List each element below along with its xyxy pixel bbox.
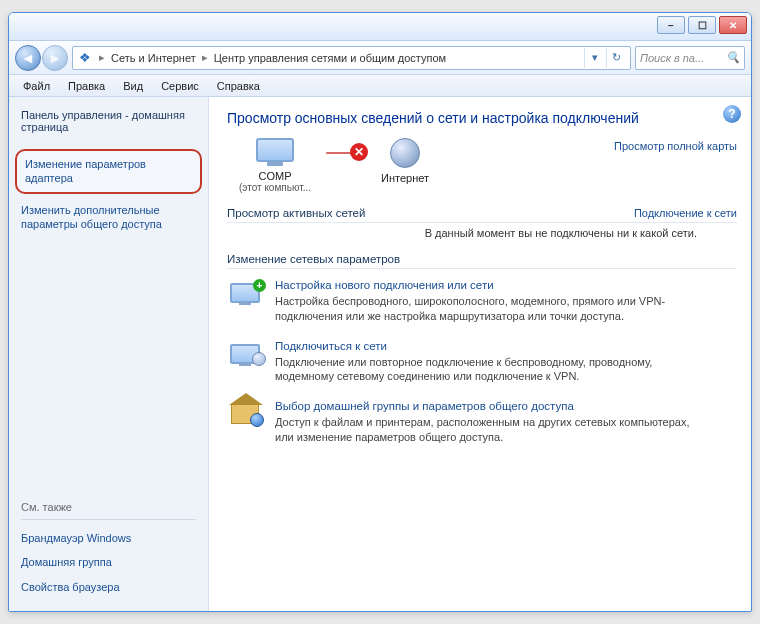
sidebar-firewall[interactable]: Брандмауэр Windows bbox=[21, 531, 196, 545]
house-globe-icon bbox=[231, 404, 259, 424]
option-connect-network[interactable]: Подключиться к сети Подключение или повт… bbox=[227, 340, 737, 385]
option-title: Выбор домашней группы и параметров общег… bbox=[275, 400, 737, 412]
breadcrumb-sep-icon: ▸ bbox=[202, 51, 208, 64]
sidebar-home-link[interactable]: Панель управления - домашняя страница bbox=[21, 109, 196, 133]
option-desc: Подключение или повторное подключение к … bbox=[275, 355, 695, 385]
forward-button[interactable]: ► bbox=[42, 45, 68, 71]
nav-bar: ◄ ► ❖ ▸ Сеть и Интернет ▸ Центр управлен… bbox=[9, 41, 751, 75]
search-icon: 🔍 bbox=[726, 51, 740, 64]
network-node-label: COMP bbox=[259, 170, 292, 182]
page-title: Просмотр основных сведений о сети и наст… bbox=[227, 109, 647, 128]
breadcrumb-sep-icon: ▸ bbox=[99, 51, 105, 64]
sidebar-see-also-header: См. также bbox=[21, 501, 196, 513]
network-node-internet[interactable]: Интернет bbox=[381, 138, 429, 184]
search-input[interactable]: Поиск в па... 🔍 bbox=[635, 46, 745, 70]
address-bar[interactable]: ❖ ▸ Сеть и Интернет ▸ Центр управления с… bbox=[72, 46, 631, 70]
option-title: Подключиться к сети bbox=[275, 340, 737, 352]
option-desc: Настройка беспроводного, широкополосного… bbox=[275, 294, 695, 324]
option-homegroup-sharing[interactable]: Выбор домашней группы и параметров общег… bbox=[227, 400, 737, 445]
close-button[interactable]: ✕ bbox=[719, 16, 747, 34]
section-active-networks: Подключение к сети Просмотр активных сет… bbox=[227, 207, 737, 223]
menu-help[interactable]: Справка bbox=[209, 78, 268, 94]
computer-icon bbox=[256, 138, 294, 162]
network-icon: ❖ bbox=[77, 50, 93, 66]
active-networks-status: В данный момент вы не подключены ни к ка… bbox=[227, 227, 737, 239]
minimize-button[interactable]: − bbox=[657, 16, 685, 34]
sidebar-homegroup[interactable]: Домашняя группа bbox=[21, 555, 196, 569]
network-node-sublabel: (этот компьют... bbox=[239, 182, 311, 193]
full-map-link[interactable]: Просмотр полной карты bbox=[614, 140, 737, 152]
breadcrumb-seg-1[interactable]: Сеть и Интернет bbox=[111, 52, 196, 64]
sidebar: Панель управления - домашняя страница Из… bbox=[9, 97, 209, 611]
monitor-globe-icon bbox=[230, 344, 260, 364]
menu-bar: Файл Правка Вид Сервис Справка bbox=[9, 75, 751, 97]
breadcrumb-seg-2[interactable]: Центр управления сетями и общим доступом bbox=[214, 52, 446, 64]
menu-edit[interactable]: Правка bbox=[60, 78, 113, 94]
option-title: Настройка нового подключения или сети bbox=[275, 279, 737, 291]
section-change-settings: Изменение сетевых параметров bbox=[227, 253, 737, 269]
network-node-label: Интернет bbox=[381, 172, 429, 184]
sidebar-adapter-settings[interactable]: Изменение параметров адаптера bbox=[15, 149, 202, 194]
refresh-button[interactable]: ↻ bbox=[606, 48, 626, 68]
menu-view[interactable]: Вид bbox=[115, 78, 151, 94]
monitor-plus-icon: + bbox=[230, 283, 260, 303]
window: − ☐ ✕ ◄ ► ❖ ▸ Сеть и Интернет ▸ Центр уп… bbox=[8, 12, 752, 612]
help-icon[interactable]: ? bbox=[723, 105, 741, 123]
sidebar-advanced-sharing[interactable]: Изменить дополнительные параметры общего… bbox=[21, 203, 196, 232]
menu-file[interactable]: Файл bbox=[15, 78, 58, 94]
option-desc: Доступ к файлам и принтерам, расположенн… bbox=[275, 415, 695, 445]
menu-service[interactable]: Сервис bbox=[153, 78, 207, 94]
search-placeholder: Поиск в па... bbox=[640, 52, 704, 64]
network-node-computer[interactable]: COMP (этот компьют... bbox=[239, 138, 311, 193]
content-pane: ? Просмотр основных сведений о сети и на… bbox=[209, 97, 751, 611]
breadcrumb-dropdown-button[interactable]: ▾ bbox=[584, 48, 604, 68]
connection-broken-icon: ✕ bbox=[321, 138, 371, 168]
network-map: COMP (этот компьют... ✕ Интернет bbox=[239, 138, 614, 193]
globe-icon bbox=[390, 138, 420, 168]
option-new-connection[interactable]: + Настройка нового подключения или сети … bbox=[227, 279, 737, 324]
connect-network-link[interactable]: Подключение к сети bbox=[634, 207, 737, 219]
sidebar-browser-props[interactable]: Свойства браузера bbox=[21, 580, 196, 594]
title-bar: − ☐ ✕ bbox=[9, 13, 751, 41]
maximize-button[interactable]: ☐ bbox=[688, 16, 716, 34]
back-button[interactable]: ◄ bbox=[15, 45, 41, 71]
